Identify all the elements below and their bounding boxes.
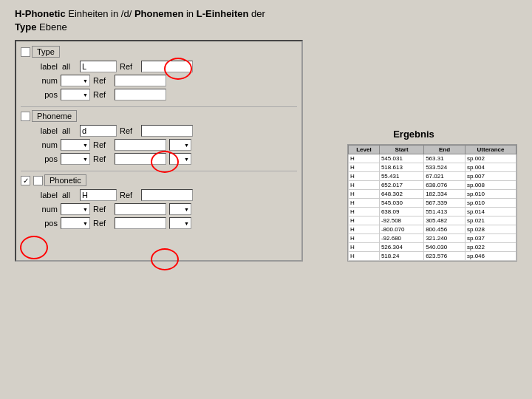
title-bold-1: H-Phonetic [15, 8, 66, 19]
phonetic-pos-field: pos [35, 219, 58, 228]
phonetic-checkbox2[interactable] [33, 176, 43, 185]
phoneme-fields: label all Ref num ▼ Ref [35, 125, 297, 165]
circle-phonetic-h [151, 248, 179, 270]
type-title: Type [32, 46, 60, 58]
table-cell: 648.302 [379, 190, 423, 199]
table-cell: 623.576 [424, 252, 466, 261]
table-row: H518.613533.524sp.004 [349, 163, 516, 172]
phonetic-ref-input3[interactable] [115, 217, 166, 229]
table-cell: 182.334 [424, 190, 466, 199]
type-checkbox[interactable] [21, 47, 30, 57]
type-label-field: label [35, 62, 58, 71]
phoneme-num-select[interactable]: ▼ [61, 139, 90, 151]
table-row: H648.302182.334sp.010 [349, 190, 516, 199]
table-cell: 518.613 [379, 163, 423, 172]
title-bold-3: L-Einheiten [197, 8, 249, 19]
table-cell: H [349, 225, 380, 234]
phoneme-ref-input1[interactable] [141, 125, 193, 137]
phoneme-num-select2[interactable]: ▼ [169, 139, 191, 151]
type-ref-input2[interactable] [115, 75, 166, 86]
table-cell: 638.09 [379, 208, 423, 216]
phoneme-ref-input2[interactable] [115, 139, 166, 151]
phoneme-ref-input3[interactable] [115, 153, 166, 165]
phoneme-pos-select2[interactable]: ▼ [169, 153, 191, 165]
phonetic-label-input[interactable] [80, 189, 117, 201]
phoneme-num-row: num ▼ Ref ▼ [35, 139, 297, 151]
phonetic-num-select[interactable]: ▼ [61, 203, 90, 215]
phonetic-ref2: Ref [93, 205, 112, 214]
type-label-row: label all Ref [35, 61, 297, 72]
type-num-select[interactable]: ▼ [61, 75, 90, 86]
table-cell: 545.030 [379, 199, 423, 208]
table-cell: -800.070 [379, 225, 423, 234]
phonetic-ref3: Ref [93, 219, 112, 228]
table-cell: H [349, 216, 380, 225]
phoneme-checkbox[interactable] [21, 112, 30, 121]
phonetic-pos-row: pos ▼ Ref ▼ [35, 217, 297, 229]
table-cell: 518.24 [379, 252, 423, 261]
table-cell: sp.014 [465, 208, 516, 216]
table-cell: H [349, 199, 380, 208]
type-ref-input1[interactable] [141, 61, 193, 72]
phonetic-all: all [62, 191, 77, 200]
phonetic-pos-select[interactable]: ▼ [61, 217, 90, 229]
table-cell: 321.240 [424, 234, 466, 243]
phoneme-pos-row: pos ▼ Ref ▼ [35, 153, 297, 165]
phonetic-ref-input2[interactable] [115, 203, 166, 215]
phonetic-pos-select2[interactable]: ▼ [169, 217, 191, 229]
table-row: H652.017638.076sp.008 [349, 181, 516, 190]
table-cell: sp.008 [465, 181, 516, 190]
table-cell: 551.413 [424, 208, 466, 216]
table-cell: sp.022 [465, 243, 516, 252]
phonetic-num-field: num [35, 205, 58, 214]
table-cell: sp.028 [465, 225, 516, 234]
phonetic-num-select2[interactable]: ▼ [169, 203, 191, 215]
table-row: H55.43167.021sp.007 [349, 172, 516, 181]
table-cell: 563.31 [424, 154, 466, 163]
table-cell: H [349, 154, 380, 163]
phonetic-ref-input1[interactable] [141, 189, 193, 201]
phonetic-checkbox[interactable] [21, 176, 30, 185]
col-level: Level [349, 146, 380, 154]
table-cell: 67.021 [424, 172, 466, 181]
title-type: Type [15, 21, 36, 33]
table-row: H545.031563.31sp.002 [349, 154, 516, 163]
phoneme-label-field: label [35, 126, 58, 135]
phoneme-ref2: Ref [93, 140, 112, 149]
type-label-input[interactable] [80, 61, 117, 72]
title-part-1: Einheiten in /d/ [68, 8, 134, 19]
col-start: Start [379, 146, 423, 154]
table-cell: 800.456 [424, 225, 466, 234]
phoneme-pos-select[interactable]: ▼ [61, 153, 90, 165]
phoneme-label-row: label all Ref [35, 125, 297, 137]
table-cell: H [349, 243, 380, 252]
type-ref1: Ref [120, 62, 138, 71]
table-cell: -92.680 [379, 234, 423, 243]
table-cell: -92.508 [379, 216, 423, 225]
circle-phonetic-check [20, 236, 48, 259]
phonetic-title: Phonetic [44, 174, 86, 186]
phonetic-ref1: Ref [120, 191, 138, 200]
table-cell: H [349, 208, 380, 216]
right-panel: Ergebnis Level Start End Utterance H545.… [310, 40, 517, 262]
phonetic-label-row: label all Ref [35, 189, 297, 201]
type-ref3: Ref [93, 90, 112, 99]
table-row: H526.304540.030sp.022 [349, 243, 516, 252]
table-cell: sp.046 [465, 252, 516, 261]
table-cell: 638.076 [424, 181, 466, 190]
result-table: Level Start End Utterance H545.031563.31… [347, 144, 517, 262]
type-all: all [62, 62, 77, 71]
type-section: Type label all Ref num ▼ [21, 46, 297, 100]
left-panel: Type label all Ref num ▼ [15, 40, 303, 262]
type-ref-input3[interactable] [115, 89, 166, 100]
type-fields: label all Ref num ▼ Ref [35, 61, 297, 100]
table-cell: H [349, 172, 380, 181]
phoneme-section: Phoneme label all Ref num ▼ [21, 110, 297, 165]
type-pos-select[interactable]: ▼ [61, 89, 90, 100]
phoneme-num-field: num [35, 140, 58, 149]
title-bold-2: Phonemen [134, 8, 183, 19]
phoneme-label-input[interactable] [80, 125, 117, 137]
phonetic-label-field: label [35, 191, 58, 200]
table-cell: H [349, 163, 380, 172]
title-text: H-Phonetic Einheiten in /d/ Phonemen in … [15, 7, 517, 34]
